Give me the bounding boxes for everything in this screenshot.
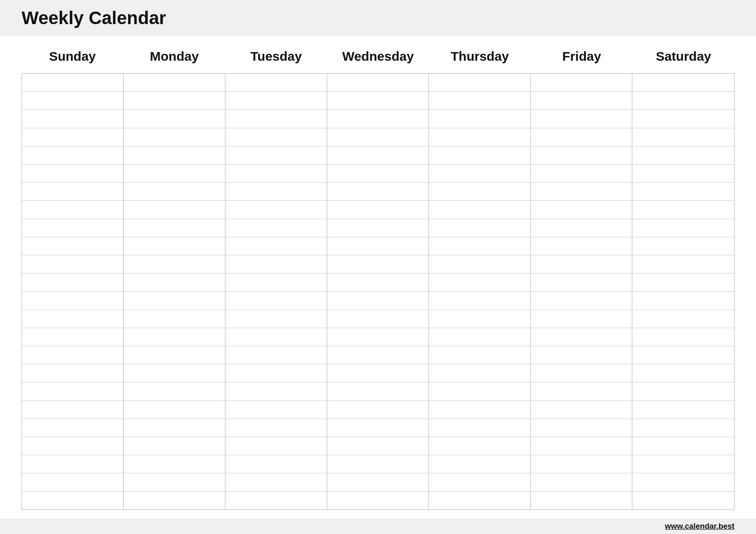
time-row[interactable] [124,328,225,346]
time-row[interactable] [124,237,225,255]
time-row[interactable] [22,110,123,128]
time-row[interactable] [632,437,734,455]
time-row[interactable] [429,473,530,491]
time-row[interactable] [632,201,734,219]
time-row[interactable] [429,201,530,219]
day-column-tuesday[interactable] [225,74,327,509]
time-row[interactable] [327,473,428,491]
time-row[interactable] [22,219,123,237]
time-row[interactable] [429,437,530,455]
time-row[interactable] [22,310,123,328]
time-row[interactable] [429,92,530,110]
time-row[interactable] [327,201,428,219]
time-row[interactable] [327,219,428,237]
time-row[interactable] [632,92,734,110]
time-row[interactable] [22,165,123,183]
time-row[interactable] [225,401,327,419]
time-row[interactable] [531,455,632,473]
time-row[interactable] [124,128,225,146]
time-row[interactable] [531,201,632,219]
day-column-saturday[interactable] [632,74,734,509]
time-row[interactable] [22,292,123,310]
time-row[interactable] [124,74,225,92]
time-row[interactable] [632,255,734,273]
time-row[interactable] [22,328,123,346]
time-row[interactable] [22,183,123,201]
time-row[interactable] [531,473,632,491]
time-row[interactable] [225,219,327,237]
time-row[interactable] [22,455,123,473]
time-row[interactable] [124,473,225,491]
time-row[interactable] [22,473,123,491]
time-row[interactable] [327,255,428,273]
time-row[interactable] [327,346,428,364]
time-row[interactable] [531,146,632,165]
time-row[interactable] [327,455,428,473]
time-row[interactable] [22,382,123,400]
time-row[interactable] [632,328,734,346]
time-row[interactable] [429,492,530,509]
time-row[interactable] [124,346,225,364]
time-row[interactable] [124,382,225,400]
time-row[interactable] [531,273,632,292]
time-row[interactable] [429,146,530,165]
time-row[interactable] [225,346,327,364]
time-row[interactable] [632,473,734,491]
time-row[interactable] [225,128,327,146]
time-row[interactable] [225,328,327,346]
time-row[interactable] [429,310,530,328]
time-row[interactable] [225,74,327,92]
time-row[interactable] [225,183,327,201]
time-row[interactable] [225,437,327,455]
time-row[interactable] [429,165,530,183]
time-row[interactable] [531,328,632,346]
day-column-monday[interactable] [124,74,225,509]
time-row[interactable] [124,201,225,219]
time-row[interactable] [22,364,123,382]
time-row[interactable] [531,419,632,437]
time-row[interactable] [124,92,225,110]
time-row[interactable] [327,364,428,382]
time-row[interactable] [632,183,734,201]
time-row[interactable] [429,364,530,382]
time-row[interactable] [22,237,123,255]
time-row[interactable] [531,492,632,509]
time-row[interactable] [632,364,734,382]
time-row[interactable] [429,74,530,92]
time-row[interactable] [124,492,225,509]
time-row[interactable] [632,310,734,328]
time-row[interactable] [22,492,123,509]
time-row[interactable] [429,401,530,419]
time-row[interactable] [632,74,734,92]
time-row[interactable] [429,382,530,400]
time-row[interactable] [225,364,327,382]
time-row[interactable] [22,74,123,92]
time-row[interactable] [429,128,530,146]
time-row[interactable] [531,255,632,273]
time-row[interactable] [632,419,734,437]
time-row[interactable] [22,401,123,419]
time-row[interactable] [124,183,225,201]
time-row[interactable] [225,382,327,400]
time-row[interactable] [531,74,632,92]
time-row[interactable] [429,455,530,473]
time-row[interactable] [531,183,632,201]
time-row[interactable] [22,437,123,455]
day-column-friday[interactable] [531,74,632,509]
time-row[interactable] [124,219,225,237]
time-row[interactable] [124,292,225,310]
time-row[interactable] [327,165,428,183]
time-row[interactable] [429,419,530,437]
time-row[interactable] [124,364,225,382]
time-row[interactable] [22,273,123,292]
time-row[interactable] [632,237,734,255]
time-row[interactable] [22,92,123,110]
time-row[interactable] [327,128,428,146]
time-row[interactable] [632,401,734,419]
time-row[interactable] [225,237,327,255]
time-row[interactable] [531,219,632,237]
time-row[interactable] [429,328,530,346]
time-row[interactable] [327,401,428,419]
time-row[interactable] [327,437,428,455]
time-row[interactable] [531,437,632,455]
